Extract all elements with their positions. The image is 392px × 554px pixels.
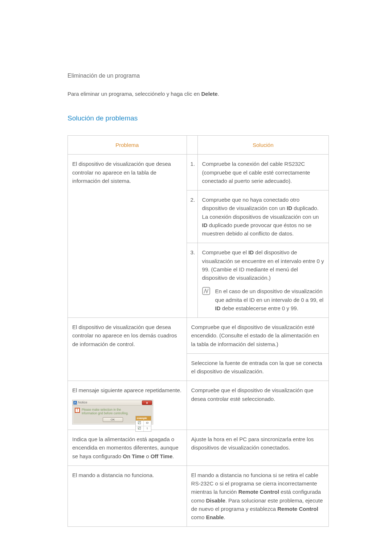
row5-sd: Disable (206, 497, 225, 504)
row4-pd: Off Time (151, 453, 173, 459)
troubleshooting-heading: Solución de problemas (68, 114, 324, 122)
row1-sol3-b: ID (248, 249, 254, 255)
row1-sol2-d: ID (202, 222, 208, 228)
troubleshooting-table: Problema Solución El dispositivo de visu… (68, 135, 329, 527)
row1-problem: El dispositivo de visualización que dese… (68, 155, 187, 318)
row3-sol: Compruebe que el dispositivo de visualiz… (187, 381, 328, 430)
example-id-val: 1 (144, 426, 151, 431)
row4-pe: . (172, 453, 174, 459)
dialog-close-button[interactable]: x (142, 401, 152, 405)
row3-problem-text: El mensaje siguiente aparece repetidamen… (72, 387, 181, 393)
row1-sol3-note-a: En el caso de un dispositivo de visualiz… (215, 288, 324, 303)
dialog-ok-button[interactable]: OK (103, 417, 123, 422)
row1-sol1-num: 1. (187, 155, 197, 190)
delete-intro-bold: Delete (201, 91, 218, 97)
header-problem: Problema (68, 136, 187, 155)
row1-sol2-e: duplicado puede provocar que éstos no se… (202, 222, 312, 237)
dialog-title: Notice (78, 400, 87, 405)
row4-problem: Indica que la alimentación está apagada … (68, 430, 187, 466)
row1-sol3-num: 3. (187, 243, 197, 318)
row1-sol3-note-b: ID (215, 305, 221, 311)
row5-sf: Remote Control (277, 506, 318, 512)
example-id-head: ID (144, 421, 151, 426)
dialog-msg-line1: Please make selection in the (82, 408, 121, 411)
row5-problem: El mando a distancia no funciona. (68, 465, 187, 527)
checkbox-icon (138, 421, 141, 424)
row2-sol2: Seleccione la fuente de entrada con la q… (187, 353, 328, 381)
row5-si: . (224, 514, 225, 520)
row2-sol1: Compruebe que el dispositivo de visualiz… (187, 318, 328, 354)
dialog-titlebar: Notice x (73, 400, 153, 406)
row3-problem: El mensaje siguiente aparece repetidamen… (68, 381, 187, 430)
dialog-msg-line2: Information grid before controlling. (82, 411, 128, 415)
note-icon (202, 287, 210, 295)
row2-problem: El dispositivo de visualización que dese… (68, 318, 187, 381)
row1-sol2-a: Compruebe que no haya conectado otro dis… (202, 197, 300, 211)
dialog-body: ! Please make selection in the Informati… (73, 406, 153, 424)
row1-sol2-b: ID (287, 205, 292, 211)
delete-intro: Para eliminar un programa, selecciónelo … (68, 91, 324, 97)
row4-pb: On Time (123, 453, 144, 459)
dialog-example-grid: example ID 1 (135, 416, 151, 432)
header-num (187, 136, 197, 155)
header-solution: Solución (197, 136, 328, 155)
row1-sol3-a: Compruebe que el (202, 249, 249, 255)
dialog-message: Please make selection in the Information… (82, 408, 128, 415)
checkbox-icon (138, 427, 141, 430)
row1-sol3: Compruebe que el ID del dispositivo de v… (197, 243, 328, 318)
row1-sol3-note: En el caso de un dispositivo de visualiz… (202, 287, 324, 312)
row4-pc: o (144, 453, 151, 459)
dialog-app-icon (73, 401, 77, 405)
delete-intro-prefix: Para eliminar un programa, selecciónelo … (68, 91, 201, 97)
section-heading-delete: Eliminación de un programa (68, 73, 324, 79)
row5-sg: como (191, 514, 206, 520)
row5-sh: Enable (206, 514, 224, 520)
row1-sol2-num: 2. (187, 190, 197, 243)
notice-dialog: Notice x ! Please make selection in the … (72, 400, 153, 425)
example-chk-val (136, 426, 144, 431)
example-chk-head (136, 421, 144, 426)
row4-sol: Ajuste la hora en el PC para sincronizar… (187, 430, 328, 466)
delete-intro-suffix: . (218, 91, 219, 97)
example-head: example (136, 416, 151, 421)
row5-sb: Remote Control (238, 489, 279, 495)
row1-sol3-note-text: En el caso de un dispositivo de visualiz… (215, 287, 324, 312)
row1-sol1: Compruebe la conexión del cable RS232C (… (197, 155, 328, 190)
row1-sol3-note-c: debe establecerse entre 0 y 99. (221, 305, 298, 311)
row1-sol2: Compruebe que no haya conectado otro dis… (197, 190, 328, 243)
row5-sol: El mando a distancia no funciona si se r… (187, 465, 328, 527)
exclamation-icon: ! (75, 408, 80, 413)
